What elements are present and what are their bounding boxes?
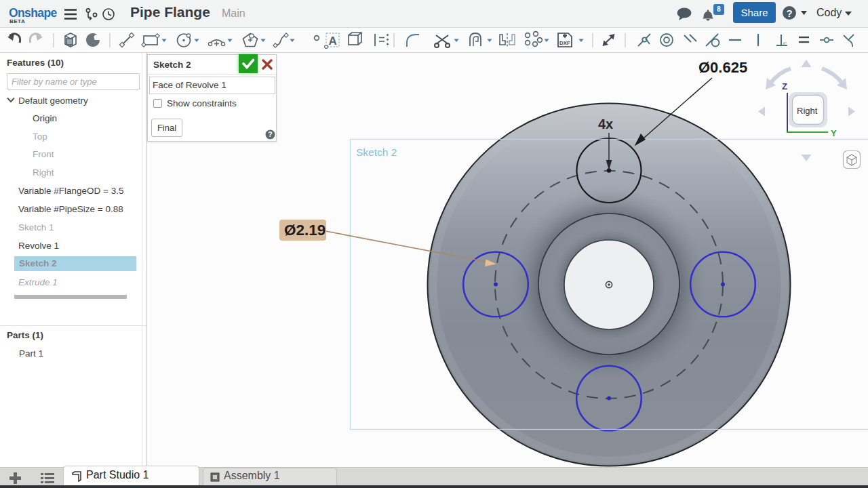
svg-text:Z: Z bbox=[782, 81, 787, 92]
svg-text:Sketch 2: Sketch 2 bbox=[356, 146, 397, 158]
svg-text:Y: Y bbox=[831, 128, 837, 138]
svg-text:Right: Right bbox=[797, 106, 818, 116]
svg-text:A: A bbox=[329, 35, 337, 47]
svg-text:?: ? bbox=[268, 130, 272, 138]
svg-text:4x: 4x bbox=[598, 117, 613, 131]
svg-text:Ø0.625: Ø0.625 bbox=[698, 59, 747, 76]
svg-text:?: ? bbox=[787, 7, 793, 19]
svg-text:DXF: DXF bbox=[559, 40, 570, 46]
svg-text:Ø2.19: Ø2.19 bbox=[284, 222, 326, 239]
